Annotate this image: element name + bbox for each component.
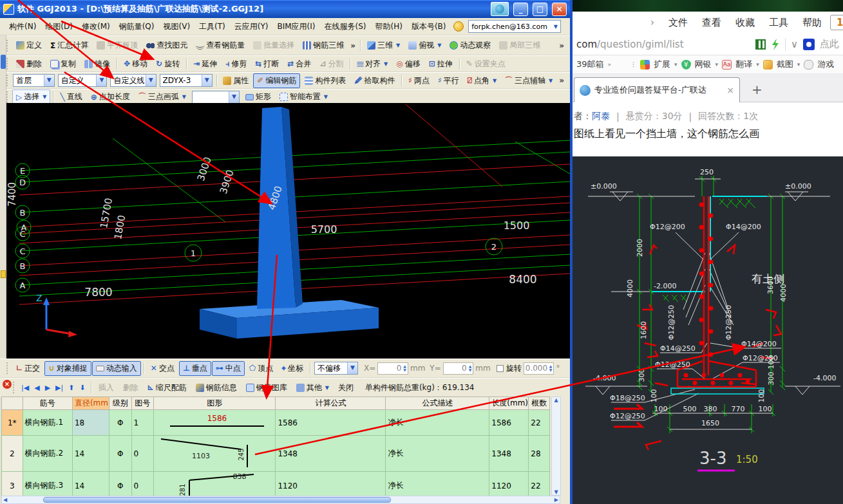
batch-select-button[interactable]: 批量选择: [249, 38, 298, 53]
vertex-snap-button[interactable]: ⬠顶点: [245, 361, 277, 376]
browser-tab[interactable]: 专业造价问题答疑平台-广联达 ×: [574, 77, 740, 102]
osnap-button[interactable]: ∪对象捕捉: [44, 361, 91, 376]
find-element-button[interactable]: 查找图元: [142, 38, 191, 53]
cad-viewport[interactable]: ED BA CC BA 12 3000 3900 4800 15700 1800…: [6, 103, 570, 359]
chevron-down-icon[interactable]: ∨: [791, 39, 798, 50]
menu-draw[interactable]: 绘图(D): [41, 19, 77, 34]
type-select[interactable]: 自定义线▼: [110, 74, 156, 87]
new-tab-button[interactable]: +: [752, 82, 762, 97]
menu-view[interactable]: 视图(V): [159, 19, 194, 34]
offset-button[interactable]: ◎偏移: [392, 57, 424, 71]
notification-badge[interactable]: 1: [830, 15, 843, 30]
account-dropdown[interactable]: forpk.chen@163.com▼: [468, 20, 561, 33]
x-input[interactable]: 0▲▼: [377, 362, 408, 375]
component-list-button[interactable]: 构件列表: [301, 73, 350, 88]
translate-icon[interactable]: Aa: [722, 60, 732, 70]
align-button[interactable]: 𝄙对齐▼: [353, 57, 392, 71]
other-button[interactable]: 其他▼: [292, 380, 333, 395]
select-button[interactable]: ▷选择▼: [12, 89, 50, 104]
two-point-button[interactable]: ♯两点: [404, 73, 433, 88]
menu-chevron-icon[interactable]: ›: [645, 17, 660, 28]
break-button[interactable]: ⇆打断: [251, 57, 283, 71]
menu-rebar-qty[interactable]: 钢筋量(Q): [115, 19, 158, 34]
ortho-button[interactable]: ∟正交: [12, 361, 44, 376]
extensions-icon[interactable]: [640, 60, 650, 70]
asker-name[interactable]: 阿泰: [592, 111, 610, 121]
col-count[interactable]: 根数: [529, 397, 550, 410]
bookmark-extensions[interactable]: 扩展: [654, 59, 670, 70]
pick-component-button[interactable]: 🖉拾取构件: [350, 73, 399, 88]
menu-component[interactable]: 构件(N): [5, 19, 40, 34]
baidu-paw-icon[interactable]: [803, 39, 815, 50]
offset-mode-select[interactable]: 不偏移▼: [314, 362, 358, 375]
trim-button[interactable]: ⫞修剪: [222, 57, 251, 71]
helmet-smiley-icon[interactable]: [453, 21, 464, 32]
menu-help[interactable]: 帮助(H): [371, 19, 406, 34]
table-vertical-scrollbar[interactable]: ▲▼: [551, 397, 561, 496]
qq-icon[interactable]: [491, 2, 509, 16]
menu-online[interactable]: 在线服务(S): [321, 19, 370, 34]
copy-button[interactable]: 复制: [46, 57, 80, 71]
summary-calc-button[interactable]: Σ汇总计算: [46, 38, 92, 53]
scale-rebar-button[interactable]: ⊾缩尺配筋: [144, 380, 191, 395]
top-view-button[interactable]: 俯视▼: [404, 38, 445, 53]
rebar-library-button[interactable]: 钢筋图库: [242, 380, 291, 395]
move-down-button[interactable]: ⬇: [78, 383, 88, 393]
prev-record-button[interactable]: ◀: [32, 383, 41, 393]
rotate-checkbox[interactable]: [497, 365, 504, 372]
col-formula-desc[interactable]: 公式描述: [386, 397, 489, 410]
view-3d-button[interactable]: 三维▼: [363, 38, 404, 53]
rail-tab[interactable]: [1, 55, 6, 69]
last-record-button[interactable]: ▶|: [53, 383, 65, 393]
toolbar-overflow-icon[interactable]: »: [348, 41, 357, 50]
rebar-3d-button[interactable]: 钢筋三维: [299, 38, 348, 53]
bookmark-screenshot[interactable]: 截图: [777, 59, 793, 70]
delete-row-button[interactable]: 删除: [119, 380, 142, 395]
toolbar-overflow-icon[interactable]: »: [557, 41, 566, 50]
bookmark-game[interactable]: 游戏: [817, 59, 834, 70]
menu-bim[interactable]: BIM应用(I): [273, 19, 319, 34]
close-button[interactable]: ×: [552, 3, 567, 16]
next-record-button[interactable]: ▶: [43, 383, 52, 393]
delete-button[interactable]: 删除: [12, 57, 46, 71]
browser-menu-file[interactable]: 文件: [663, 17, 694, 29]
y-input[interactable]: 0▲▼: [443, 362, 474, 375]
parallel-button[interactable]: ♯平行: [434, 73, 463, 88]
screenshot-icon[interactable]: [763, 60, 773, 70]
dynamic-input-button[interactable]: 动态输入: [92, 361, 141, 376]
move-up-button[interactable]: ⬆: [66, 383, 76, 393]
first-record-button[interactable]: |◀: [19, 383, 31, 393]
element-select[interactable]: ZDYX-3▼: [160, 74, 213, 87]
menu-cloud[interactable]: 云应用(Y): [231, 19, 272, 34]
coordinate-button[interactable]: ⌖坐标: [278, 361, 307, 376]
scrollbar-thumb[interactable]: [43, 497, 391, 503]
col-fig-no[interactable]: 图号: [131, 397, 154, 410]
split-button[interactable]: ⊿分割: [316, 57, 347, 71]
more-chevron-icon[interactable]: »: [608, 61, 612, 68]
menu-tools[interactable]: 工具(T): [195, 19, 229, 34]
line-button[interactable]: ╲直线: [56, 89, 86, 104]
col-diameter[interactable]: 直径(mm): [72, 397, 109, 410]
panel-close-icon[interactable]: ×: [3, 380, 12, 389]
angle-input[interactable]: 0.000▲▼: [524, 362, 554, 375]
tab-close-icon[interactable]: ×: [726, 85, 734, 95]
edit-rebar-button[interactable]: ✐编辑钢筋: [253, 73, 300, 88]
arc-button[interactable]: ⌒三点画弧▼: [135, 89, 190, 104]
mirror-button[interactable]: 镜像: [81, 57, 114, 71]
table-horizontal-scrollbar[interactable]: ◀▶: [1, 496, 560, 504]
close-panel-button[interactable]: 关闭: [334, 380, 357, 395]
cad-titlebar[interactable]: 软件 GGJ2013 - [D:\预结算及抽筋\广联达抽筋\测试-2.GGJ12…: [0, 0, 570, 18]
bookmark-bank[interactable]: 网银: [695, 59, 712, 70]
col-rebar-id[interactable]: 筋号: [23, 397, 72, 410]
floor-select[interactable]: 首层▼: [13, 74, 54, 87]
extend-button[interactable]: ⇥延伸: [189, 57, 221, 71]
point-angle-button[interactable]: ⍁点角▼: [464, 73, 500, 88]
smart-layout-button[interactable]: 智能布置▼: [276, 89, 332, 104]
properties-button[interactable]: 属性: [219, 73, 252, 88]
stretch-button[interactable]: ⊡拉伸: [425, 57, 457, 71]
align-slab-top-button[interactable]: 平齐板顶: [93, 38, 142, 53]
col-formula[interactable]: 计算公式: [276, 397, 386, 410]
merge-button[interactable]: ⇄合并: [283, 57, 315, 71]
local-3d-button[interactable]: 局部三维: [495, 38, 544, 53]
bank-shield-icon[interactable]: ¥: [681, 60, 691, 70]
